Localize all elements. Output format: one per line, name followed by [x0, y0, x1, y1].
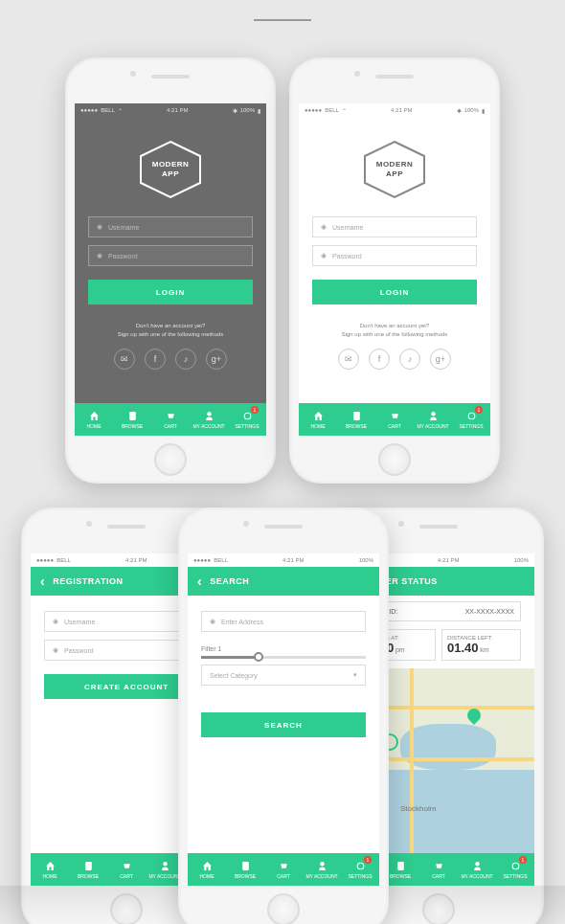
facebook-icon[interactable]: f [369, 349, 390, 370]
distance-box: DISTANCE LEFT: 01.40 km [441, 629, 521, 661]
svg-point-12 [320, 862, 324, 866]
tab-cart[interactable]: CART [375, 403, 414, 436]
user-icon: ◉ [321, 223, 327, 231]
tab-home[interactable]: HOME [188, 853, 226, 886]
tab-cart[interactable]: CART [151, 403, 190, 436]
svg-point-2 [207, 412, 211, 416]
phone-login-light: ●●●●●BELL⌃ 4:21 PM ✱100%▮ MODERNAPP ◉Use… [289, 57, 500, 484]
signup-prompt: Don't have an account yet?Sign up with o… [342, 322, 448, 339]
username-field[interactable]: ◉Username [88, 216, 253, 237]
lock-icon: ◉ [53, 646, 58, 654]
svg-rect-8 [85, 862, 92, 870]
googleplus-icon[interactable]: g+ [430, 349, 451, 370]
wifi-icon: ⌃ [118, 107, 123, 114]
svg-point-7 [468, 413, 475, 419]
settings-badge: 1 [364, 856, 372, 864]
tab-account[interactable]: MY ACCOUNT [190, 403, 228, 436]
svg-rect-11 [242, 862, 249, 870]
tab-home[interactable]: HOME [75, 403, 113, 436]
back-icon[interactable]: ‹ [197, 574, 202, 589]
login-button[interactable]: LOGIN [88, 280, 253, 304]
page-title: REGISTRATION [53, 576, 123, 586]
address-field[interactable]: ◉Enter Address [201, 611, 366, 632]
phone-search: ●●●●●BELL 4:21 PM 100% ‹ SEARCH ◉Enter A… [178, 507, 389, 924]
phone-login-dark: ●●●●●BELL⌃ 4:21 PM ✱100%▮ MODERNAPP ◉Use… [65, 57, 276, 484]
filter-slider[interactable]: Filter 1 [201, 645, 366, 659]
user-icon: ◉ [97, 223, 102, 231]
settings-badge: 1 [251, 406, 259, 414]
svg-point-6 [431, 412, 435, 416]
tab-bar: HOME BROWSE CART MY ACCOUNT SETTINGS1 [188, 853, 379, 886]
category-select[interactable]: Select Category▾ [201, 665, 366, 686]
tab-account[interactable]: MY ACCOUNT [414, 403, 452, 436]
svg-point-16 [512, 863, 519, 869]
signup-prompt: Don't have an account yet?Sign up with o… [118, 322, 224, 339]
svg-rect-5 [353, 412, 360, 420]
tab-browse[interactable]: BROWSE [337, 403, 375, 436]
tab-cart[interactable]: CART [107, 853, 146, 886]
email-icon[interactable]: ✉ [338, 349, 359, 370]
password-field[interactable]: ◉Password [312, 245, 477, 266]
user-icon: ◉ [53, 618, 58, 625]
password-field[interactable]: ◉Password [88, 245, 253, 266]
svg-rect-1 [129, 412, 136, 420]
tab-cart[interactable]: CART [264, 853, 303, 886]
order-id-value: XX-XXXX-XXXX [465, 608, 514, 615]
city-label: Stockholm [400, 804, 436, 813]
twitter-icon[interactable]: ♪ [399, 349, 420, 370]
settings-badge: 1 [519, 856, 527, 864]
lock-icon: ◉ [321, 252, 327, 259]
tab-browse[interactable]: BROWSE [113, 403, 151, 436]
status-bar: ●●●●●BELL 4:21 PM 100% [188, 553, 379, 567]
page-header: ‹ SEARCH [188, 567, 379, 596]
wifi-icon: ⌃ [342, 107, 347, 114]
login-button[interactable]: LOGIN [312, 280, 477, 304]
svg-point-15 [475, 862, 479, 866]
tab-home[interactable]: HOME [31, 853, 69, 886]
tab-bar: HOME BROWSE CART MY ACCOUNT SETTINGS1 [299, 403, 490, 436]
settings-badge: 1 [475, 406, 483, 414]
page-title: SEARCH [210, 576, 249, 586]
tab-account[interactable]: MY ACCOUNT [458, 853, 496, 886]
tab-cart[interactable]: CART [419, 853, 458, 886]
app-logo: MODERNAPP [361, 140, 428, 199]
top-divider [254, 19, 311, 21]
tab-settings[interactable]: SETTINGS1 [452, 403, 490, 436]
status-bar: ●●●●●BELL⌃ 4:21 PM ✱100%▮ [75, 103, 266, 117]
tab-bar: HOME BROWSE CART MY ACCOUNT SETTINGS1 [75, 403, 266, 436]
search-button[interactable]: SEARCH [201, 712, 366, 737]
tab-home[interactable]: HOME [299, 403, 337, 436]
lock-icon: ◉ [97, 252, 102, 259]
svg-point-3 [244, 413, 251, 419]
status-bar: ●●●●●BELL⌃ 4:21 PM ✱100%▮ [299, 103, 490, 117]
svg-point-13 [357, 863, 364, 869]
app-logo: MODERNAPP [137, 140, 204, 199]
tab-settings[interactable]: SETTINGS1 [341, 853, 379, 886]
chevron-down-icon: ▾ [353, 671, 357, 679]
googleplus-icon[interactable]: g+ [206, 349, 227, 370]
tab-settings[interactable]: SETTINGS1 [228, 403, 266, 436]
username-field[interactable]: ◉Username [312, 216, 477, 237]
tab-settings[interactable]: SETTINGS1 [496, 853, 534, 886]
svg-rect-14 [397, 862, 404, 870]
twitter-icon[interactable]: ♪ [175, 349, 196, 370]
svg-point-9 [163, 862, 167, 866]
home-button[interactable] [378, 443, 411, 476]
pin-icon: ◉ [210, 618, 215, 625]
email-icon[interactable]: ✉ [114, 349, 135, 370]
tab-browse[interactable]: BROWSE [69, 853, 107, 886]
home-button[interactable] [267, 893, 300, 924]
back-icon[interactable]: ‹ [40, 574, 45, 589]
tab-browse[interactable]: BROWSE [226, 853, 264, 886]
facebook-icon[interactable]: f [145, 349, 166, 370]
home-button[interactable] [154, 443, 187, 476]
tab-account[interactable]: MY ACCOUNT [303, 853, 341, 886]
